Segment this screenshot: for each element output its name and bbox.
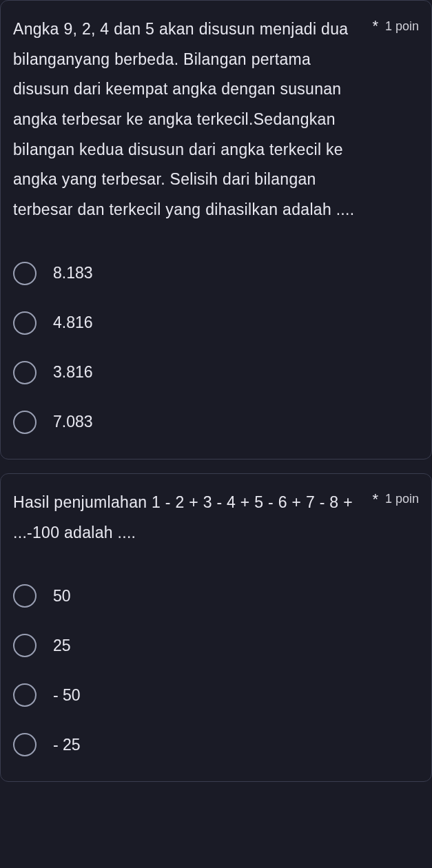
points-label: 1 poin — [385, 19, 419, 34]
option-item[interactable]: 8.183 — [13, 262, 419, 285]
radio-icon — [13, 262, 37, 285]
question-header: Angka 9, 2, 4 dan 5 akan disusun menjadi… — [13, 14, 419, 225]
option-item[interactable]: 50 — [13, 584, 419, 608]
options-list: 8.183 4.816 3.816 7.083 — [13, 256, 419, 445]
option-label: 7.083 — [53, 413, 93, 431]
question-card-2: Hasil penjumlahan 1 - 2 + 3 - 4 + 5 - 6 … — [0, 473, 432, 782]
radio-icon — [13, 361, 37, 384]
question-header: Hasil penjumlahan 1 - 2 + 3 - 4 + 5 - 6 … — [13, 488, 419, 548]
radio-icon — [13, 634, 37, 657]
option-item[interactable]: 7.083 — [13, 411, 419, 434]
option-item[interactable]: 25 — [13, 634, 419, 657]
radio-icon — [13, 584, 37, 608]
options-list: 50 25 - 50 - 25 — [13, 579, 419, 767]
option-label: 3.816 — [53, 363, 93, 382]
points-section: * 1 poin — [372, 490, 419, 508]
option-label: - 50 — [53, 686, 81, 705]
points-section: * 1 poin — [372, 17, 419, 35]
option-label: 4.816 — [53, 313, 93, 332]
option-item[interactable]: - 25 — [13, 733, 419, 756]
required-mark: * — [372, 490, 378, 508]
option-label: 50 — [53, 587, 71, 606]
radio-icon — [13, 733, 37, 756]
option-label: 8.183 — [53, 264, 93, 282]
required-mark: * — [372, 17, 378, 35]
option-item[interactable]: - 50 — [13, 683, 419, 707]
option-label: 25 — [53, 637, 71, 655]
question-card-1: Angka 9, 2, 4 dan 5 akan disusun menjadi… — [0, 0, 432, 459]
question-text: Hasil penjumlahan 1 - 2 + 3 - 4 + 5 - 6 … — [13, 488, 372, 548]
radio-icon — [13, 411, 37, 434]
radio-icon — [13, 683, 37, 707]
option-item[interactable]: 3.816 — [13, 361, 419, 384]
question-text: Angka 9, 2, 4 dan 5 akan disusun menjadi… — [13, 14, 372, 225]
option-item[interactable]: 4.816 — [13, 311, 419, 335]
radio-icon — [13, 311, 37, 335]
option-label: - 25 — [53, 736, 81, 754]
points-label: 1 poin — [385, 492, 419, 506]
